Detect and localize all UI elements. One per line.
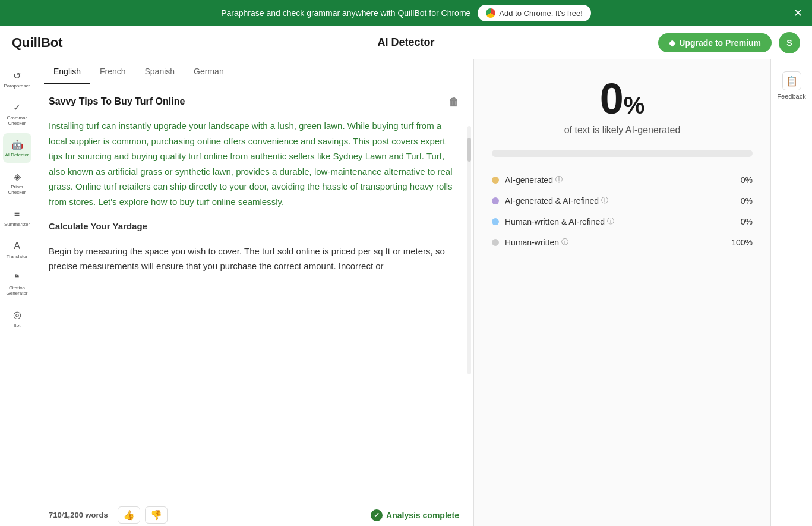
- diamond-icon: ◆: [669, 38, 675, 48]
- percent-sign: %: [624, 92, 645, 118]
- scrollbar-track: [467, 126, 471, 374]
- check-circle-icon: ✓: [371, 509, 383, 521]
- summarizer-icon: ≡: [11, 207, 24, 221]
- banner-close-button[interactable]: ✕: [794, 7, 802, 20]
- sidebar-label-citation: Citation Generator: [5, 286, 29, 297]
- human-refined-dot: [492, 218, 499, 225]
- ai-refined-percent: 0%: [741, 196, 753, 206]
- sidebar-label-bot: Bot: [13, 323, 20, 329]
- sidebar-label-summarizer: Summarizer: [4, 222, 30, 228]
- chrome-icon: [486, 8, 495, 18]
- content-area: English French Spanish German Savvy Tips…: [34, 59, 770, 526]
- paragraph-2-heading: Calculate Your Yardage: [49, 219, 459, 234]
- legend-human-refined: Human-written & AI-refined ⓘ 0%: [492, 216, 753, 226]
- sidebar-label-detector: AI Detector: [5, 153, 29, 158]
- paragraph-2-body: Begin by measuring the space you wish to…: [49, 244, 459, 274]
- ai-refined-legend-text: AI-generated & AI-refined ⓘ: [505, 196, 735, 206]
- ai-generated-legend-text: AI-generated ⓘ: [505, 175, 735, 185]
- banner-text: Paraphrase and check grammar anywhere wi…: [221, 8, 470, 18]
- human-refined-legend-text: Human-written & AI-refined ⓘ: [505, 216, 735, 226]
- sidebar: ↺ Paraphraser ✓ Grammar Checker 🤖 AI Det…: [0, 59, 34, 526]
- scrollbar-thumb[interactable]: [467, 138, 471, 162]
- legend-ai-generated: AI-generated ⓘ 0%: [492, 175, 753, 185]
- ai-generated-dot: [492, 177, 499, 184]
- sidebar-item-bot[interactable]: ◎ Bot: [3, 304, 31, 333]
- thumbs-down-button[interactable]: 👎: [145, 506, 168, 524]
- main-container: ↺ Paraphraser ✓ Grammar Checker 🤖 AI Det…: [0, 59, 812, 526]
- tab-french[interactable]: French: [90, 59, 135, 84]
- article-body[interactable]: Installing turf can instantly upgrade yo…: [49, 118, 459, 274]
- upgrade-label: Upgrade to Premium: [679, 38, 761, 48]
- analysis-complete: ✓ Analysis complete: [371, 509, 459, 521]
- section-heading: Calculate Your Yardage: [49, 221, 147, 231]
- sidebar-item-translator[interactable]: A Translator: [3, 235, 31, 264]
- human-refined-percent: 0%: [741, 217, 753, 226]
- feedback-sidebar: 📋 Feedback: [770, 59, 812, 526]
- human-refined-info-icon[interactable]: ⓘ: [607, 216, 614, 226]
- sidebar-item-paraphraser[interactable]: ↺ Paraphraser: [3, 64, 31, 94]
- paragraph-1: Installing turf can instantly upgrade yo…: [49, 118, 459, 209]
- human-written-info-icon[interactable]: ⓘ: [561, 237, 568, 247]
- legend-human-written: Human-written ⓘ 100%: [492, 237, 753, 247]
- upgrade-button[interactable]: ◆ Upgrade to Premium: [658, 33, 772, 52]
- ai-generated-subtitle: of text is likely AI-generated: [492, 125, 753, 136]
- word-count-limit: 1,200: [64, 511, 83, 519]
- text-panel: English French Spanish German Savvy Tips…: [34, 59, 474, 526]
- article-title: Savvy Tips To Buy Turf Online 🗑: [49, 96, 459, 109]
- progress-bar-container: [492, 150, 753, 157]
- ai-refined-info-icon[interactable]: ⓘ: [601, 196, 608, 206]
- ai-generated-label-text: AI-generated: [505, 175, 553, 185]
- percentage-display: 0%: [492, 77, 753, 120]
- prism-icon: ◈: [11, 170, 24, 183]
- logo: QuillBot: [12, 35, 274, 51]
- ai-refined-label-text: AI-generated & AI-refined: [505, 196, 599, 206]
- human-written-dot: [492, 239, 499, 246]
- ai-refined-dot: [492, 197, 499, 204]
- word-count-current: 710: [49, 511, 62, 519]
- tab-german[interactable]: German: [184, 59, 233, 84]
- sidebar-label-translator: Translator: [7, 254, 28, 260]
- results-panel: 0% of text is likely AI-generated AI-gen…: [474, 59, 770, 526]
- sidebar-item-grammar[interactable]: ✓ Grammar Checker: [3, 96, 31, 131]
- thumbs-up-button[interactable]: 👍: [118, 506, 140, 524]
- title-text: Savvy Tips To Buy Turf Online: [49, 96, 185, 107]
- ai-generated-info-icon[interactable]: ⓘ: [555, 175, 563, 185]
- language-tabs: English French Spanish German: [34, 59, 473, 84]
- sidebar-label-grammar: Grammar Checker: [5, 116, 29, 127]
- word-count-label: words: [86, 511, 108, 519]
- delete-icon[interactable]: 🗑: [448, 96, 459, 109]
- text-bottom-bar: 710/1,200 words 👍 👎 ✓ Analysis complete: [34, 499, 473, 526]
- text-content-wrapper[interactable]: Savvy Tips To Buy Turf Online 🗑 Installi…: [34, 84, 473, 499]
- ai-generated-percent: 0%: [741, 175, 753, 185]
- ai-percentage: 0: [600, 75, 624, 122]
- header-right: ◆ Upgrade to Premium S: [538, 32, 800, 53]
- feedback-button[interactable]: 📋 Feedback: [777, 71, 805, 100]
- page-title: AI Detector: [274, 36, 537, 49]
- sidebar-item-summarizer[interactable]: ≡ Summarizer: [3, 203, 31, 232]
- sidebar-item-detector[interactable]: 🤖 AI Detector: [3, 133, 31, 163]
- analysis-complete-label: Analysis complete: [386, 511, 459, 520]
- human-refined-label-text: Human-written & AI-refined: [505, 217, 605, 226]
- human-written-legend-text: Human-written ⓘ: [505, 237, 725, 247]
- sidebar-label-prism: Prism Checker: [5, 185, 29, 196]
- paraphraser-icon: ↺: [11, 69, 24, 82]
- sidebar-item-prism[interactable]: ◈ Prism Checker: [3, 165, 31, 200]
- feedback-icon: 📋: [782, 71, 801, 90]
- tab-english[interactable]: English: [44, 59, 90, 84]
- detector-icon: 🤖: [11, 138, 24, 151]
- sidebar-item-citation[interactable]: ❝ Citation Generator: [3, 266, 31, 301]
- top-banner: Paraphrase and check grammar anywhere wi…: [0, 0, 812, 26]
- feedback-label: Feedback: [777, 93, 805, 100]
- sidebar-label-paraphraser: Paraphraser: [4, 84, 30, 89]
- add-chrome-button[interactable]: Add to Chrome. It's free!: [478, 5, 591, 21]
- highlighted-text: Installing turf can instantly upgrade yo…: [49, 121, 453, 207]
- translator-icon: A: [11, 240, 24, 253]
- header: QuillBot AI Detector ◆ Upgrade to Premiu…: [0, 26, 812, 59]
- citation-icon: ❝: [11, 271, 24, 284]
- human-written-label-text: Human-written: [505, 238, 559, 247]
- human-written-percent: 100%: [731, 238, 753, 247]
- avatar[interactable]: S: [779, 32, 800, 53]
- bot-icon: ◎: [11, 308, 24, 322]
- tab-spanish[interactable]: Spanish: [135, 59, 185, 84]
- legend-ai-refined: AI-generated & AI-refined ⓘ 0%: [492, 196, 753, 206]
